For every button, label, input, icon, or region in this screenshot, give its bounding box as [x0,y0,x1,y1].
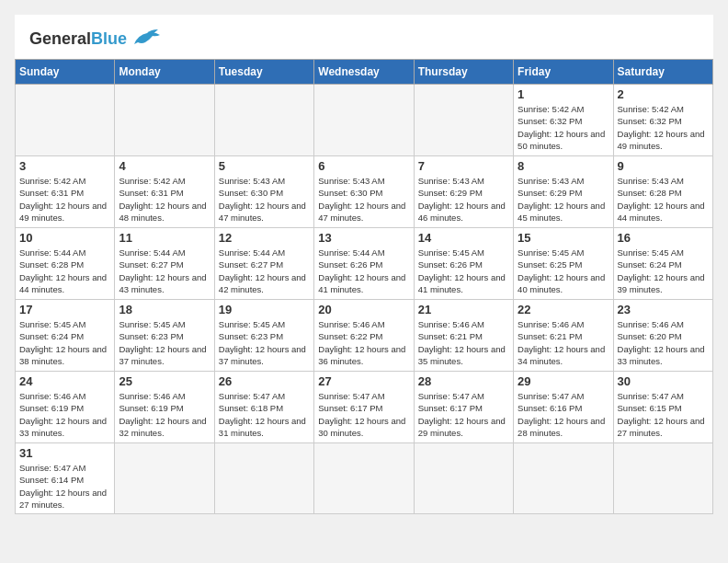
day-cell: 26Sunrise: 5:47 AM Sunset: 6:18 PM Dayli… [214,372,313,443]
day-cell [414,85,513,156]
day-info: Sunrise: 5:44 AM Sunset: 6:27 PM Dayligh… [219,247,310,295]
day-number: 15 [518,231,609,245]
day-cell [314,85,414,156]
day-cell: 4Sunrise: 5:42 AM Sunset: 6:31 PM Daylig… [115,156,214,228]
day-cell: 13Sunrise: 5:44 AM Sunset: 6:26 PM Dayli… [314,228,414,300]
day-info: Sunrise: 5:44 AM Sunset: 6:27 PM Dayligh… [119,247,210,295]
day-info: Sunrise: 5:47 AM Sunset: 6:17 PM Dayligh… [318,390,409,439]
day-number: 27 [318,374,409,388]
day-number: 19 [219,303,310,316]
day-number: 26 [219,374,310,388]
logo: GeneralBlue [29,26,164,52]
day-number: 25 [119,374,210,388]
day-info: Sunrise: 5:43 AM Sunset: 6:28 PM Dayligh… [618,175,709,224]
day-info: Sunrise: 5:45 AM Sunset: 6:24 PM Dayligh… [618,247,709,295]
day-cell [16,85,115,156]
day-cell [115,85,214,156]
day-cell [414,443,513,514]
weekday-header-wednesday: Wednesday [314,60,414,85]
day-cell: 11Sunrise: 5:44 AM Sunset: 6:27 PM Dayli… [115,228,214,300]
day-cell: 21Sunrise: 5:46 AM Sunset: 6:21 PM Dayli… [414,300,513,372]
day-number: 13 [318,231,409,245]
day-number: 23 [618,303,709,316]
day-number: 3 [19,159,110,173]
day-info: Sunrise: 5:46 AM Sunset: 6:20 PM Dayligh… [618,318,709,367]
day-info: Sunrise: 5:42 AM Sunset: 6:31 PM Dayligh… [119,175,210,224]
day-number: 10 [19,231,110,245]
day-cell [314,443,414,514]
day-info: Sunrise: 5:45 AM Sunset: 6:24 PM Dayligh… [19,318,110,367]
day-number: 16 [618,231,709,245]
day-cell: 19Sunrise: 5:45 AM Sunset: 6:23 PM Dayli… [214,300,313,372]
day-info: Sunrise: 5:43 AM Sunset: 6:29 PM Dayligh… [418,175,509,224]
weekday-header-saturday: Saturday [613,60,712,85]
day-cell: 12Sunrise: 5:44 AM Sunset: 6:27 PM Dayli… [214,228,313,300]
day-info: Sunrise: 5:45 AM Sunset: 6:23 PM Dayligh… [119,318,210,367]
day-number: 18 [119,303,210,316]
day-cell: 20Sunrise: 5:46 AM Sunset: 6:22 PM Dayli… [314,300,414,372]
day-info: Sunrise: 5:44 AM Sunset: 6:26 PM Dayligh… [318,247,409,295]
day-cell: 17Sunrise: 5:45 AM Sunset: 6:24 PM Dayli… [16,300,115,372]
day-info: Sunrise: 5:47 AM Sunset: 6:16 PM Dayligh… [518,390,609,439]
day-number: 12 [219,231,310,245]
day-cell [115,443,214,514]
weekday-header-monday: Monday [115,60,214,85]
day-info: Sunrise: 5:42 AM Sunset: 6:31 PM Dayligh… [19,175,110,224]
day-number: 14 [418,231,509,245]
day-info: Sunrise: 5:47 AM Sunset: 6:18 PM Dayligh… [219,390,310,439]
day-cell: 28Sunrise: 5:47 AM Sunset: 6:17 PM Dayli… [414,372,513,443]
day-cell: 25Sunrise: 5:46 AM Sunset: 6:19 PM Dayli… [115,372,214,443]
day-info: Sunrise: 5:45 AM Sunset: 6:23 PM Dayligh… [219,318,310,367]
day-cell: 29Sunrise: 5:47 AM Sunset: 6:16 PM Dayli… [514,372,613,443]
day-info: Sunrise: 5:43 AM Sunset: 6:30 PM Dayligh… [318,175,409,224]
weekday-header-row: SundayMondayTuesdayWednesdayThursdayFrid… [16,60,713,85]
day-number: 22 [518,303,609,316]
day-info: Sunrise: 5:43 AM Sunset: 6:30 PM Dayligh… [219,175,310,224]
day-info: Sunrise: 5:43 AM Sunset: 6:29 PM Dayligh… [518,175,609,224]
week-row-4: 24Sunrise: 5:46 AM Sunset: 6:19 PM Dayli… [16,372,713,443]
day-cell [613,443,712,514]
day-info: Sunrise: 5:42 AM Sunset: 6:32 PM Dayligh… [618,103,709,152]
day-info: Sunrise: 5:47 AM Sunset: 6:14 PM Dayligh… [19,462,110,511]
day-cell: 16Sunrise: 5:45 AM Sunset: 6:24 PM Dayli… [613,228,712,300]
day-number: 9 [618,159,709,173]
day-cell: 10Sunrise: 5:44 AM Sunset: 6:28 PM Dayli… [16,228,115,300]
day-cell: 5Sunrise: 5:43 AM Sunset: 6:30 PM Daylig… [214,156,313,228]
day-number: 20 [318,303,409,316]
logo-bird-icon [131,26,164,52]
day-number: 1 [518,87,609,101]
day-cell: 27Sunrise: 5:47 AM Sunset: 6:17 PM Dayli… [314,372,414,443]
week-row-3: 17Sunrise: 5:45 AM Sunset: 6:24 PM Dayli… [16,300,713,372]
calendar-container: GeneralBlue SundayMondayTuesdayWednesday… [15,15,713,514]
day-info: Sunrise: 5:47 AM Sunset: 6:15 PM Dayligh… [618,390,709,439]
day-number: 6 [318,159,409,173]
day-number: 30 [618,374,709,388]
day-cell: 31Sunrise: 5:47 AM Sunset: 6:14 PM Dayli… [16,443,115,514]
week-row-0: 1Sunrise: 5:42 AM Sunset: 6:32 PM Daylig… [16,85,713,156]
day-number: 2 [618,87,709,101]
header: GeneralBlue [15,15,713,59]
day-cell: 2Sunrise: 5:42 AM Sunset: 6:32 PM Daylig… [613,85,712,156]
day-number: 4 [119,159,210,173]
day-cell: 1Sunrise: 5:42 AM Sunset: 6:32 PM Daylig… [514,85,613,156]
day-cell: 14Sunrise: 5:45 AM Sunset: 6:26 PM Dayli… [414,228,513,300]
day-info: Sunrise: 5:45 AM Sunset: 6:25 PM Dayligh… [518,247,609,295]
weekday-header-tuesday: Tuesday [214,60,313,85]
day-cell: 18Sunrise: 5:45 AM Sunset: 6:23 PM Dayli… [115,300,214,372]
week-row-2: 10Sunrise: 5:44 AM Sunset: 6:28 PM Dayli… [16,228,713,300]
day-cell: 6Sunrise: 5:43 AM Sunset: 6:30 PM Daylig… [314,156,414,228]
day-info: Sunrise: 5:45 AM Sunset: 6:26 PM Dayligh… [418,247,509,295]
week-row-5: 31Sunrise: 5:47 AM Sunset: 6:14 PM Dayli… [16,443,713,514]
week-row-1: 3Sunrise: 5:42 AM Sunset: 6:31 PM Daylig… [16,156,713,228]
day-number: 28 [418,374,509,388]
day-cell: 9Sunrise: 5:43 AM Sunset: 6:28 PM Daylig… [613,156,712,228]
day-cell [214,443,313,514]
day-number: 7 [418,159,509,173]
day-cell: 15Sunrise: 5:45 AM Sunset: 6:25 PM Dayli… [514,228,613,300]
day-number: 29 [518,374,609,388]
logo-text: GeneralBlue [29,29,127,49]
day-number: 5 [219,159,310,173]
day-number: 17 [19,303,110,316]
day-cell: 7Sunrise: 5:43 AM Sunset: 6:29 PM Daylig… [414,156,513,228]
day-info: Sunrise: 5:46 AM Sunset: 6:19 PM Dayligh… [19,390,110,439]
